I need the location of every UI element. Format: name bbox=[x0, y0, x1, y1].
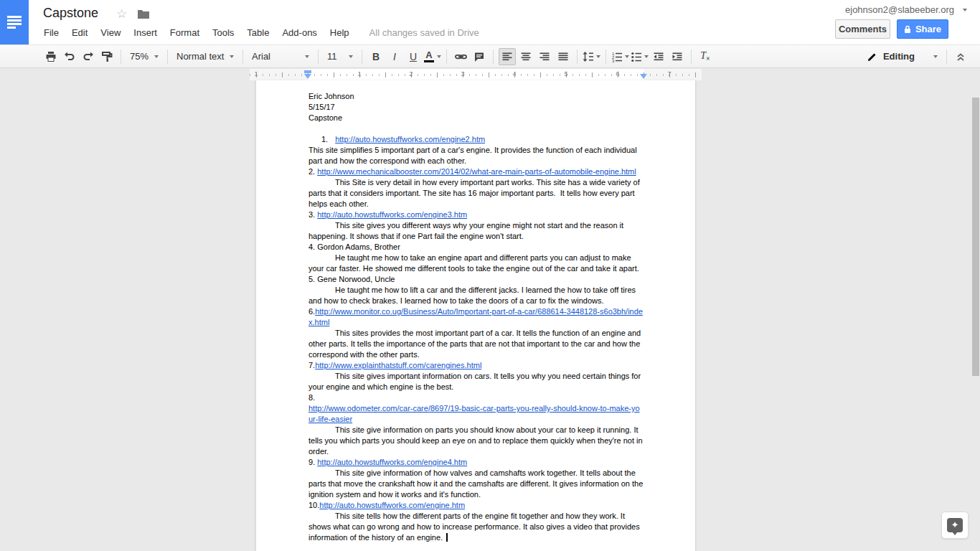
ruler-number: 5 bbox=[564, 70, 567, 77]
doc-link[interactable]: x.html bbox=[308, 318, 329, 326]
text-color-button[interactable]: A bbox=[423, 48, 441, 65]
insert-comment-button[interactable] bbox=[471, 48, 488, 65]
print-button[interactable] bbox=[42, 48, 60, 65]
left-indent-marker[interactable] bbox=[304, 74, 311, 79]
align-justify-button[interactable] bbox=[555, 48, 572, 65]
comments-button[interactable]: Comments bbox=[835, 19, 890, 39]
align-left-button[interactable] bbox=[499, 48, 516, 65]
doc-text: and how to check brakes. I learned how t… bbox=[308, 296, 604, 305]
scrollbar-thumb[interactable] bbox=[972, 98, 979, 376]
document-page[interactable]: Eric Johnson5/15/17Capstone1.http://auto… bbox=[255, 80, 696, 551]
chevron-down-icon bbox=[644, 55, 649, 58]
document-title[interactable]: Capstone bbox=[43, 6, 98, 21]
bulleted-list-button[interactable] bbox=[631, 48, 649, 65]
doc-text: 3. bbox=[308, 210, 317, 219]
folder-icon[interactable] bbox=[138, 9, 149, 19]
bold-button[interactable]: B bbox=[367, 48, 385, 65]
share-button[interactable]: Share bbox=[897, 19, 948, 39]
doc-text: happening. It shows that if one Part fai… bbox=[308, 232, 524, 240]
styles-select[interactable]: Normal text bbox=[172, 48, 238, 65]
doc-link[interactable]: http://auto.howstuffworks.com/engine3.ht… bbox=[317, 210, 467, 219]
doc-line: 10.http://auto.howstuffworks.com/engine.… bbox=[308, 500, 695, 511]
doc-line bbox=[308, 123, 695, 134]
doc-text: 5/15/17 bbox=[308, 103, 335, 111]
doc-text: parts that move the crankshaft how it an… bbox=[308, 479, 643, 488]
doc-line: happening. It shows that if one Part fai… bbox=[308, 231, 695, 242]
menu-edit[interactable]: Edit bbox=[65, 25, 94, 40]
doc-line: x.html bbox=[308, 317, 695, 328]
doc-line: 4. Gordon Adams, Brother bbox=[308, 242, 695, 253]
doc-link[interactable]: http://auto.howstuffworks.com/engine4.ht… bbox=[317, 458, 467, 466]
clear-formatting-button[interactable]: T× bbox=[697, 48, 714, 65]
explore-button[interactable]: ✦ bbox=[941, 512, 969, 539]
doc-text: 5. Gene Norwood, Uncle bbox=[308, 275, 395, 283]
increase-indent-button[interactable] bbox=[669, 48, 686, 65]
align-right-button[interactable] bbox=[536, 48, 553, 65]
insert-link-button[interactable] bbox=[452, 48, 469, 65]
doc-line: This site simplifies 5 important part of… bbox=[308, 145, 695, 156]
doc-text: other parts. It tells the importance of … bbox=[308, 339, 640, 348]
first-line-indent-marker[interactable] bbox=[304, 70, 311, 73]
underline-button[interactable]: U bbox=[405, 48, 422, 65]
redo-button[interactable] bbox=[80, 48, 97, 65]
doc-line: parts that it considers important. The s… bbox=[308, 188, 695, 199]
ruler-number: 7 bbox=[667, 70, 671, 77]
mode-select[interactable]: Editing bbox=[863, 48, 942, 65]
menu-format[interactable]: Format bbox=[164, 25, 206, 40]
italic-button[interactable]: I bbox=[386, 48, 403, 65]
menu-insert[interactable]: Insert bbox=[127, 25, 164, 40]
chevron-down-icon bbox=[305, 55, 309, 58]
doc-link[interactable]: http://www.explainthatstuff.com/carengin… bbox=[315, 361, 481, 369]
text-cursor bbox=[446, 533, 448, 542]
doc-text: order. bbox=[308, 447, 329, 456]
doc-text: your engine and which engine is the best… bbox=[308, 382, 453, 391]
menu-tools[interactable]: Tools bbox=[206, 25, 240, 40]
doc-line: parts that move the crankshaft how it an… bbox=[308, 479, 695, 489]
menu-view[interactable]: View bbox=[94, 25, 127, 40]
doc-line: your engine and which engine is the best… bbox=[308, 382, 695, 392]
doc-text: information of the history of an engine. bbox=[308, 533, 445, 542]
align-center-button[interactable] bbox=[517, 48, 534, 65]
font-size-select[interactable]: 11 bbox=[323, 48, 357, 65]
toolbar: 75% Normal text Arial 11 B I U A bbox=[0, 44, 980, 68]
doc-link[interactable]: http://www.odometer.com/car-care/8697/19… bbox=[308, 404, 640, 413]
account-menu[interactable]: ejohnson2@slabeeber.org bbox=[845, 4, 967, 15]
doc-line: This sites provides the most important p… bbox=[308, 328, 695, 339]
account-email: ejohnson2@slabeeber.org bbox=[845, 4, 954, 15]
zoom-select[interactable]: 75% bbox=[126, 48, 163, 65]
docs-logo-icon[interactable] bbox=[0, 0, 29, 44]
doc-text: This site tells how the different parts … bbox=[335, 512, 625, 520]
doc-text: helps each other. bbox=[308, 199, 369, 208]
collapse-toolbar-button[interactable] bbox=[952, 48, 969, 65]
chevron-down-icon bbox=[596, 55, 600, 58]
doc-link[interactable]: http://www.monitor.co.ug/Business/Auto/I… bbox=[315, 307, 643, 316]
numbered-list-button[interactable]: 123 bbox=[611, 48, 629, 65]
save-status[interactable]: All changes saved in Drive bbox=[363, 25, 486, 40]
font-select[interactable]: Arial bbox=[248, 48, 314, 65]
doc-link[interactable]: ur-life-easier bbox=[308, 415, 352, 423]
doc-text: This site gives important information on… bbox=[335, 372, 641, 380]
menu-table[interactable]: Table bbox=[240, 25, 275, 40]
doc-line: ignition system and how it works and it'… bbox=[308, 489, 695, 500]
doc-link[interactable]: http://auto.howstuffworks.com/engine.htm bbox=[319, 501, 465, 509]
doc-line: 5. Gene Norwood, Uncle bbox=[308, 274, 695, 285]
doc-text: 10. bbox=[308, 501, 319, 509]
doc-line: ur-life-easier bbox=[308, 414, 695, 425]
menu-file[interactable]: File bbox=[37, 25, 65, 40]
decrease-indent-button[interactable] bbox=[650, 48, 667, 65]
doc-link[interactable]: http://www.mechanicalbooster.com/2014/02… bbox=[317, 167, 636, 176]
doc-text: your car faster. He showed me different … bbox=[308, 264, 639, 273]
star-icon[interactable]: ☆ bbox=[116, 7, 127, 22]
menu-add-ons[interactable]: Add-ons bbox=[275, 25, 323, 40]
chevron-down-icon bbox=[963, 9, 967, 11]
ruler-number: 3 bbox=[461, 70, 464, 77]
line-spacing-button[interactable] bbox=[583, 48, 600, 65]
paint-format-button[interactable] bbox=[98, 48, 116, 65]
undo-button[interactable] bbox=[61, 48, 78, 65]
doc-line: 3. http://auto.howstuffworks.com/engine3… bbox=[308, 209, 695, 220]
menu-help[interactable]: Help bbox=[324, 25, 356, 40]
doc-link[interactable]: http://auto.howstuffworks.com/engine2.ht… bbox=[335, 135, 485, 143]
right-indent-marker[interactable] bbox=[640, 74, 647, 79]
doc-line: Capstone bbox=[308, 113, 695, 123]
doc-line: 9. http://auto.howstuffworks.com/engine4… bbox=[308, 457, 695, 468]
